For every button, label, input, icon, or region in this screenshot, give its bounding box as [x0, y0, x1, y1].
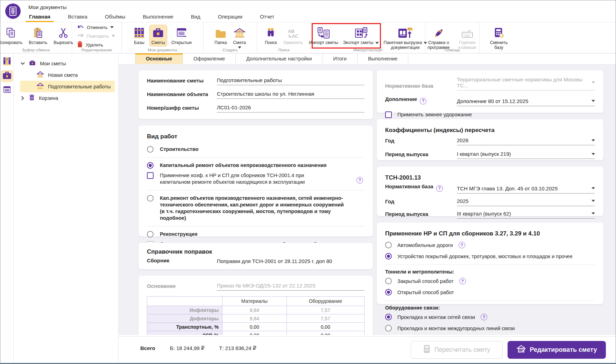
- radio-icon[interactable]: [147, 195, 154, 202]
- help-icon[interactable]: ?: [481, 314, 487, 320]
- estimate-house-icon: [234, 26, 246, 39]
- ribbon-tab-otchet[interactable]: Отчет: [259, 12, 275, 22]
- edit-estimate-button[interactable]: Редактировать смету: [508, 341, 606, 359]
- nrsp-option-roads[interactable]: Автомобильные дороги ?: [385, 242, 595, 248]
- nrsp-option-pavements[interactable]: Устройство покрытий дорожек, тротуаров, …: [385, 253, 595, 260]
- nrsp-option-intercity-lines[interactable]: Прокладка и монтаж междугородных линий с…: [385, 325, 595, 332]
- work-type-option-construction[interactable]: Строительство: [147, 141, 364, 157]
- recalculate-button[interactable]: Пересчитать смету: [411, 341, 503, 359]
- estimate-number-label: Номер/шифр сметы: [147, 105, 217, 112]
- copy-button[interactable]: Копировать: [0, 25, 24, 46]
- calculator-icon: [423, 345, 430, 355]
- nrsp-option-closed-method[interactable]: Закрытый способ работ ?: [385, 278, 595, 284]
- nrsp-option-open-method[interactable]: Открытый способ работ: [385, 289, 595, 296]
- ribbon-tab-vid[interactable]: Вид: [190, 12, 201, 22]
- supplement-select[interactable]: Дополнение 80 от 15.12.2025: [457, 98, 595, 106]
- export-dropdown-icon[interactable]: [375, 42, 379, 44]
- import-estimate-button[interactable]: Импорт сметы: [307, 25, 340, 46]
- hotkeys-button[interactable]: Горячие клавиши: [454, 25, 481, 51]
- radio-checked-icon[interactable]: [385, 253, 392, 260]
- work-type-option-coef-checkbox[interactable]: Применение коэф. к НР и СП для сборников…: [147, 170, 364, 190]
- help-icon[interactable]: ?: [356, 177, 363, 183]
- tree-item-label: Новая смета: [48, 72, 78, 78]
- rocket-icon: [433, 26, 444, 39]
- tree-item-new-estimate[interactable]: Новая смета: [14, 69, 118, 81]
- tab-osnovnye[interactable]: Основные: [135, 53, 183, 64]
- redo-button[interactable]: Повторить: [77, 32, 121, 40]
- basis-field[interactable]: Приказ № МКЭ-ОД/25-132 от 22.12.2025: [217, 283, 364, 291]
- batch-export-button[interactable]: Пакетная выгрузка документации: [382, 25, 429, 51]
- redo-dropdown-icon[interactable]: [112, 35, 115, 37]
- create-folder-button[interactable]: Папка: [212, 25, 229, 46]
- radio-checked-icon[interactable]: [385, 314, 392, 320]
- ribbon-tab-glavnaya[interactable]: Главная: [28, 12, 51, 22]
- radio-icon[interactable]: [385, 278, 392, 284]
- normbase-select[interactable]: Территориальные сметные нормативы для Мо…: [457, 77, 595, 90]
- ribbon-tab-operacii[interactable]: Операции: [217, 12, 243, 22]
- help-icon[interactable]: ?: [420, 98, 426, 104]
- ribbon-tab-vypolnenie[interactable]: Выполнение: [142, 12, 174, 22]
- undo-icon: [77, 24, 84, 31]
- tree-item-my-estimates[interactable]: Мои сметы: [14, 58, 118, 69]
- rail-bases-button[interactable]: [1, 56, 13, 68]
- tree-item-trash[interactable]: Корзина: [14, 92, 118, 104]
- tsn-year-select[interactable]: 2025: [457, 198, 595, 206]
- radio-icon[interactable]: [147, 146, 154, 153]
- tree-item-preparatory-works[interactable]: Подготовительные работы: [20, 81, 115, 92]
- checkbox-icon[interactable]: [385, 111, 392, 118]
- chevron-right-icon[interactable]: [21, 96, 25, 100]
- ribbon-tab-obemy[interactable]: Объёмы: [104, 12, 126, 22]
- bases-button[interactable]: Базы: [131, 25, 147, 46]
- estimate-name-field[interactable]: Подготовительные работы: [217, 77, 364, 85]
- cut-button[interactable]: Вырезать: [51, 25, 75, 46]
- year-select[interactable]: 2026: [457, 137, 595, 145]
- undo-button[interactable]: Отменить: [77, 23, 121, 31]
- help-icon[interactable]: ?: [436, 185, 443, 192]
- paste-button[interactable]: Вставить: [27, 25, 49, 46]
- replace-button[interactable]: AB↳AC Заменить: [281, 25, 305, 46]
- work-type-option-industrial-repair[interactable]: Кап.ремонт объектов производственного на…: [147, 190, 364, 226]
- chevron-down-icon[interactable]: [21, 62, 25, 65]
- ribbon-tab-vstavka[interactable]: Вставка: [67, 12, 88, 22]
- tsn-normbase-select[interactable]: ТСН МГЭ глава 13. Доп. 45 от 03.10.2025: [457, 185, 595, 194]
- estimate-name-label: Наименование сметы: [147, 78, 217, 85]
- general-info-card: Наименование сметы Подготовительные рабо…: [139, 70, 373, 119]
- radio-checked-icon[interactable]: [147, 162, 154, 169]
- nrsp-option-comm-networks[interactable]: Прокладка и монтаж сетей связи ?: [385, 314, 595, 320]
- tab-dop-nastroyki[interactable]: Дополнительные настройки: [236, 53, 323, 64]
- delete-button[interactable]: Удалить: [77, 41, 121, 49]
- tsn-period-select[interactable]: III квартал (выпуск 62): [457, 211, 595, 219]
- tab-vypolnenie[interactable]: Выполнение: [357, 53, 408, 64]
- rail-open-docs-button[interactable]: [1, 85, 13, 96]
- estimates-button[interactable]: Сметы: [149, 25, 167, 46]
- basis-label: Основание: [147, 283, 217, 291]
- export-estimate-button[interactable]: Экспорт сметы: [341, 25, 381, 46]
- search-button[interactable]: Поиск: [263, 25, 279, 46]
- winter-costs-checkbox-row[interactable]: Применить зимнее удорожание: [385, 111, 595, 118]
- estimate-number-field[interactable]: ЛС01-01-2026: [217, 104, 364, 112]
- work-type-option-capital-repair[interactable]: Капитальный ремонт объектов непроизводст…: [147, 158, 364, 170]
- radio-icon[interactable]: [147, 231, 154, 238]
- binoculars-icon: [265, 26, 277, 39]
- radio-icon[interactable]: [385, 325, 392, 332]
- tab-oformlenie[interactable]: Оформление: [183, 53, 236, 64]
- tab-itogi[interactable]: Итоги: [323, 53, 357, 64]
- about-button[interactable]: Справка о программе: [424, 25, 453, 51]
- help-icon[interactable]: ?: [459, 278, 466, 284]
- checkbox-icon[interactable]: [147, 172, 154, 179]
- collection-value[interactable]: Поправки для ТСН-2001 от 28.11.2025 г. д…: [217, 258, 332, 264]
- undo-dropdown-icon[interactable]: [110, 26, 114, 28]
- object-name-field[interactable]: Строительство школы по ул. Неглинная: [217, 91, 364, 99]
- coefficients-title: Коэффициенты (индексы) пересчета: [385, 127, 595, 134]
- group-label-create: Создать: [204, 48, 257, 52]
- help-icon[interactable]: ?: [459, 242, 465, 248]
- nrsp-title: Применение НР и СП для сборников 3.27, 3…: [385, 230, 595, 237]
- rail-estimates-button[interactable]: [1, 70, 13, 82]
- radio-icon[interactable]: [385, 242, 392, 248]
- work-type-option-reconstruction[interactable]: Реконструкция: [147, 226, 364, 239]
- period-select[interactable]: I квартал (выпуск 219): [457, 151, 595, 159]
- radio-checked-icon[interactable]: [385, 289, 392, 296]
- create-estimate-button[interactable]: Смета: [231, 25, 248, 50]
- open-docs-button[interactable]: Открытые: [169, 25, 194, 46]
- change-base-button[interactable]: Сменить базу: [487, 25, 511, 51]
